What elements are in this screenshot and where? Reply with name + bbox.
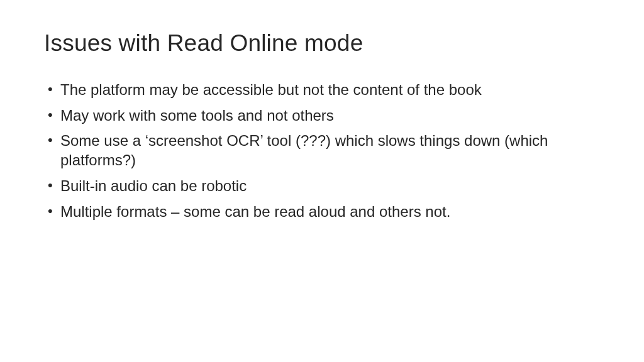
list-item: Built-in audio can be robotic bbox=[47, 177, 600, 196]
list-item: Some use a ‘screenshot OCR’ tool (???) w… bbox=[47, 131, 600, 170]
list-item: The platform may be accessible but not t… bbox=[47, 80, 600, 100]
slide-title: Issues with Read Online mode bbox=[44, 30, 600, 57]
list-item: Multiple formats – some can be read alou… bbox=[47, 202, 600, 222]
bullet-list: The platform may be accessible but not t… bbox=[44, 80, 600, 221]
list-item: May work with some tools and not others bbox=[47, 106, 600, 126]
